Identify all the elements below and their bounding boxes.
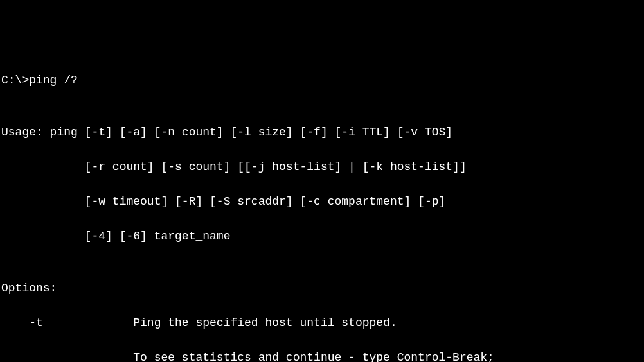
- usage-line-4: [-4] [-6] target_name: [1, 228, 644, 245]
- options-header: Options:: [1, 280, 644, 297]
- option-t-line-2: To see statistics and continue - type Co…: [1, 349, 644, 362]
- command-prompt-line: C:\>ping /?: [1, 72, 644, 89]
- usage-line-3: [-w timeout] [-R] [-S srcaddr] [-c compa…: [1, 193, 644, 211]
- usage-line-2: [-r count] [-s count] [[-j host-list] | …: [1, 159, 644, 176]
- option-t-line-1: -t Ping the specified host until stopped…: [1, 315, 644, 332]
- usage-line-1: Usage: ping [-t] [-a] [-n count] [-l siz…: [1, 124, 644, 141]
